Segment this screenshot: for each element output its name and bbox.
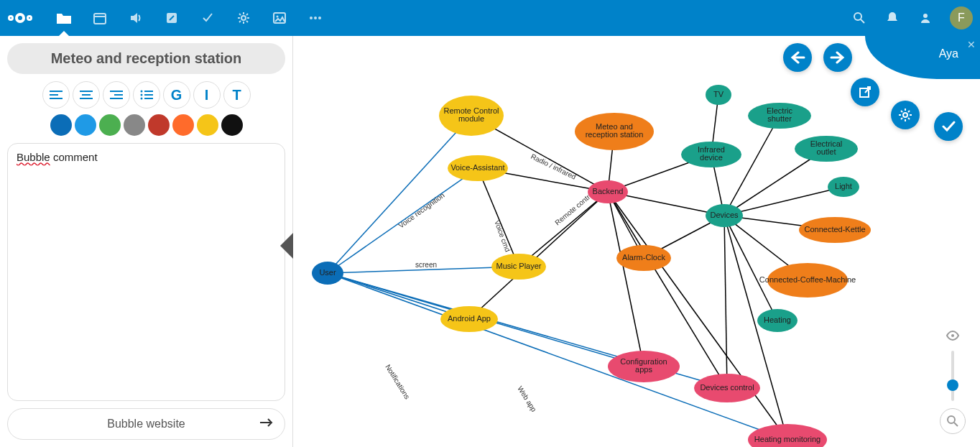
user-avatar[interactable]: F xyxy=(950,6,973,29)
node-devices[interactable]: Devices xyxy=(706,204,743,227)
node-infrared[interactable]: Infrareddevice xyxy=(681,142,741,167)
svg-point-45 xyxy=(799,217,871,243)
svg-line-10 xyxy=(861,19,864,23)
confirm-button[interactable] xyxy=(934,112,963,141)
align-center-icon[interactable] xyxy=(73,81,100,109)
zoom-slider-thumb[interactable] xyxy=(947,379,958,391)
svg-point-7 xyxy=(314,17,317,19)
color-swatch-0[interactable] xyxy=(50,114,72,136)
edge-label: Voice recognition xyxy=(397,191,446,230)
topbar-right: F xyxy=(845,4,973,32)
edge-label: Voice cmd xyxy=(493,219,512,253)
settings-button[interactable] xyxy=(891,101,920,129)
svg-point-30 xyxy=(448,155,508,181)
svg-rect-0 xyxy=(94,14,106,24)
svg-point-32 xyxy=(440,306,498,332)
svg-point-8 xyxy=(318,17,321,19)
color-swatch-7[interactable] xyxy=(221,114,243,136)
color-swatch-1[interactable] xyxy=(75,114,96,136)
bubble-title[interactable]: Meteo and reception station xyxy=(7,43,285,74)
canvas-search-button[interactable] xyxy=(940,408,966,434)
color-swatch-5[interactable] xyxy=(172,114,194,136)
svg-point-6 xyxy=(310,17,313,19)
bubble-comment-editor[interactable]: Bubble comment xyxy=(7,143,285,401)
contacts-icon[interactable] xyxy=(911,4,940,32)
node-android[interactable]: Android App xyxy=(440,306,498,332)
visibility-icon[interactable] xyxy=(946,331,960,344)
edge-devices-light xyxy=(724,187,843,216)
node-kettle[interactable]: Connected-Kettle xyxy=(799,217,871,243)
nextcloud-logo[interactable] xyxy=(7,13,33,23)
node-devctl[interactable]: Devices control xyxy=(694,374,760,402)
svg-point-44 xyxy=(828,177,859,197)
edge-devices-devctl xyxy=(724,216,727,388)
node-outlet[interactable]: Electricaloutlet xyxy=(795,136,858,162)
node-coffee[interactable]: Connected-Coffee-Machine xyxy=(759,263,856,298)
nav-forward-button[interactable] xyxy=(823,43,852,72)
node-alarm[interactable]: Alarm-Clock xyxy=(616,245,671,271)
share-button[interactable] xyxy=(851,78,879,106)
collapse-panel-handle[interactable] xyxy=(280,233,293,259)
align-left-icon[interactable] xyxy=(42,81,70,109)
svg-point-31 xyxy=(491,254,546,280)
edge-voice-music xyxy=(478,168,519,267)
svg-point-28 xyxy=(312,262,343,285)
svg-point-11 xyxy=(923,14,928,18)
comment-word-1: Bubble xyxy=(17,151,50,163)
tasks-icon[interactable] xyxy=(190,0,226,36)
svg-point-5 xyxy=(277,16,279,18)
node-tv[interactable]: TV xyxy=(706,85,731,105)
svg-point-36 xyxy=(608,351,680,382)
edge-label: Radio / infrared xyxy=(530,152,577,181)
tool-t-button[interactable]: T xyxy=(223,81,251,109)
node-user[interactable]: User xyxy=(312,262,343,285)
gallery-icon[interactable] xyxy=(262,0,297,36)
files-icon[interactable] xyxy=(46,0,82,36)
list-icon[interactable] xyxy=(133,81,160,109)
format-tools: G I T xyxy=(7,81,285,109)
tool-letter: G xyxy=(171,87,182,103)
node-light[interactable]: Light xyxy=(828,177,859,197)
zoom-slider[interactable] xyxy=(951,351,954,401)
tool-i-button[interactable]: I xyxy=(193,81,221,109)
website-label: Bubble website xyxy=(107,418,185,430)
node-shutter[interactable]: Electricshutter xyxy=(748,103,811,129)
node-meteo[interactable]: Meteo andreception station xyxy=(575,113,654,150)
color-swatch-6[interactable] xyxy=(197,114,218,136)
color-swatch-4[interactable] xyxy=(148,114,170,136)
node-heatmon[interactable]: Heating monitoring xyxy=(748,424,827,447)
node-music[interactable]: Music Player xyxy=(491,254,546,280)
node-heating[interactable]: Heating xyxy=(757,309,798,332)
app-nav xyxy=(46,0,333,36)
edge-user-heatmon xyxy=(328,273,787,440)
color-swatch-3[interactable] xyxy=(124,114,145,136)
notifications-icon[interactable] xyxy=(878,4,907,32)
align-right-icon[interactable] xyxy=(103,81,130,109)
svg-point-33 xyxy=(575,113,654,150)
color-swatch-2[interactable] xyxy=(99,114,121,136)
notes-icon[interactable] xyxy=(154,0,190,36)
node-remote[interactable]: Remote Controlmodule xyxy=(439,96,504,136)
edge-android-backend xyxy=(469,192,608,319)
node-config[interactable]: Configurationapps xyxy=(608,351,680,382)
more-apps-icon[interactable] xyxy=(297,0,333,36)
audio-icon[interactable] xyxy=(118,0,154,36)
search-icon[interactable] xyxy=(845,4,874,32)
svg-point-35 xyxy=(616,245,671,271)
nav-back-button[interactable] xyxy=(783,43,812,72)
svg-point-51 xyxy=(948,416,955,423)
svg-point-34 xyxy=(588,180,628,203)
node-backend[interactable]: Backend xyxy=(588,180,628,203)
svg-point-49 xyxy=(903,113,907,117)
comment-word-2: comment xyxy=(50,151,98,163)
topbar: F xyxy=(0,0,980,36)
svg-point-37 xyxy=(694,374,760,402)
left-panel: Meteo and reception station G I T Bubble… xyxy=(0,36,293,447)
tool-g-button[interactable]: G xyxy=(163,81,190,109)
svg-point-40 xyxy=(681,142,741,167)
node-voice[interactable]: Voice-Assistant xyxy=(448,155,508,181)
calendar-icon[interactable] xyxy=(82,0,118,36)
settings-app-icon[interactable] xyxy=(226,0,262,36)
bubble-website-button[interactable]: Bubble website xyxy=(7,408,285,440)
close-icon[interactable]: ✕ xyxy=(967,39,976,50)
